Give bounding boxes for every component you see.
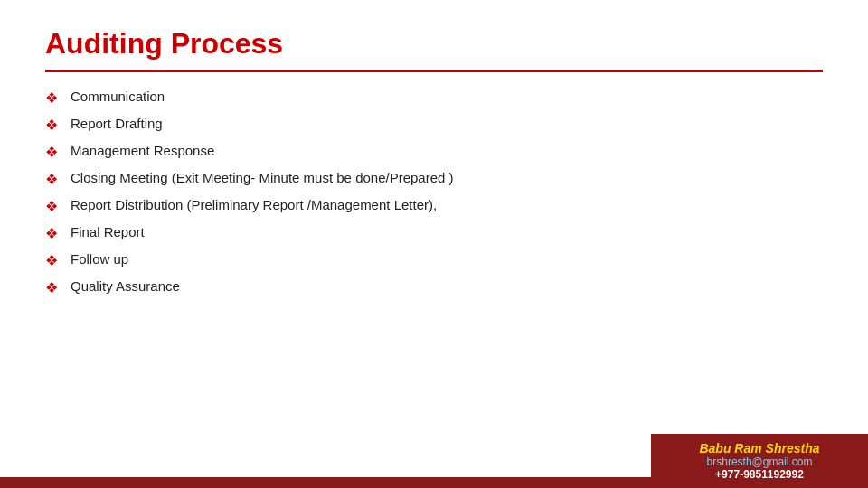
bullet-icon: ❖ bbox=[45, 117, 58, 134]
list-item-text: Follow up bbox=[71, 251, 128, 267]
list-item: ❖Report Distribution (Preliminary Report… bbox=[45, 197, 823, 215]
title-divider bbox=[45, 70, 823, 72]
bullet-icon: ❖ bbox=[45, 89, 58, 107]
list-item-text: Closing Meeting (Exit Meeting- Minute mu… bbox=[71, 170, 454, 185]
bullet-icon: ❖ bbox=[45, 252, 58, 269]
footer-email: brshresth@gmail.com bbox=[662, 455, 857, 468]
bottom-bar bbox=[0, 477, 651, 488]
list-item-text: Quality Assurance bbox=[71, 278, 180, 294]
list-item-text: Communication bbox=[71, 89, 165, 104]
slide: Auditing Process ❖Communication❖Report D… bbox=[0, 0, 868, 488]
footer-name: Babu Ram Shrestha bbox=[662, 441, 857, 455]
bullet-icon: ❖ bbox=[45, 198, 58, 215]
list-item-text: Management Response bbox=[71, 143, 214, 158]
list-item: ❖Follow up bbox=[45, 251, 823, 269]
bullet-icon: ❖ bbox=[45, 225, 58, 242]
bullet-icon: ❖ bbox=[45, 171, 58, 188]
bullet-icon: ❖ bbox=[45, 279, 58, 296]
footer: Babu Ram Shrestha brshresth@gmail.com +9… bbox=[651, 434, 868, 488]
list-item: ❖Management Response bbox=[45, 143, 823, 161]
list-item-text: Report Distribution (Preliminary Report … bbox=[71, 197, 437, 212]
list-item: ❖Report Drafting bbox=[45, 116, 823, 134]
bullet-icon: ❖ bbox=[45, 144, 58, 161]
list-item: ❖Communication bbox=[45, 89, 823, 107]
footer-phone: +977-9851192992 bbox=[662, 468, 857, 481]
list-item-text: Final Report bbox=[71, 224, 145, 239]
bullet-list: ❖Communication❖Report Drafting❖Managemen… bbox=[45, 89, 823, 296]
page-title: Auditing Process bbox=[45, 27, 823, 61]
list-item: ❖Closing Meeting (Exit Meeting- Minute m… bbox=[45, 170, 823, 188]
list-item-text: Report Drafting bbox=[71, 116, 163, 131]
list-item: ❖Quality Assurance bbox=[45, 278, 823, 296]
list-item: ❖Final Report bbox=[45, 224, 823, 242]
